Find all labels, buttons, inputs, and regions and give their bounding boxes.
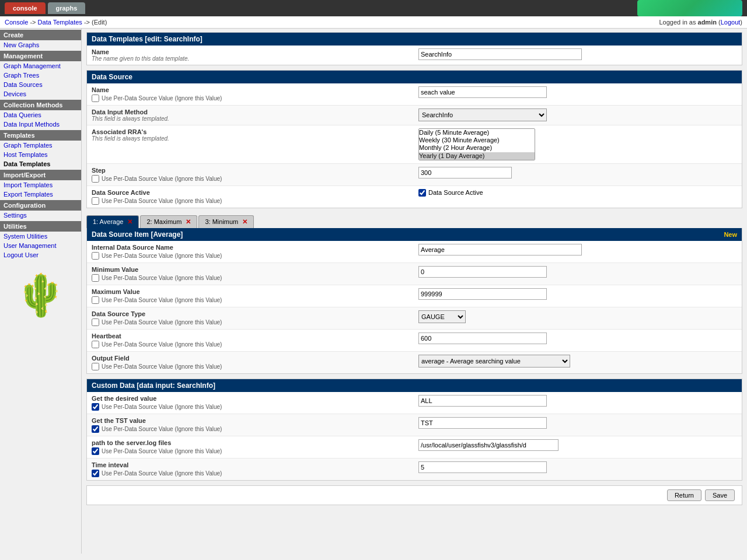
dsi-output-label-group: Output Field Use Per-Data Source Value (… (92, 355, 418, 370)
breadcrumb-console[interactable]: Console (5, 19, 28, 26)
console-nav-btn[interactable]: console (5, 2, 46, 14)
custom-field-0-checkbox[interactable] (92, 403, 99, 411)
tab-maximum-label: 2: Maximum (146, 218, 181, 225)
ds-rra-label-group: Associated RRA's This field is always te… (92, 128, 418, 142)
ds-step-check-label: Use Per-Data Source Value (Ignore this V… (102, 176, 222, 182)
dsi-min-checkbox[interactable] (92, 274, 99, 282)
ds-active-checkbox[interactable] (418, 189, 426, 197)
gauge-select-group: GAUGE COUNTER DERIVE ABSOLUTE (418, 310, 737, 323)
sidebar-header-utilities: Utilities (0, 221, 81, 232)
ds-method-select[interactable]: SearchInfo None (418, 108, 547, 121)
dsi-output-checkbox[interactable] (92, 363, 99, 370)
dsi-type-control: GAUGE COUNTER DERIVE ABSOLUTE (418, 310, 737, 323)
custom-field-3-checkbox[interactable] (92, 470, 99, 477)
dsi-heartbeat-label: Heartbeat (92, 332, 418, 340)
sidebar-item-devices[interactable]: Devices (0, 89, 81, 99)
dsi-type-label: Data Source Type (92, 310, 418, 317)
custom-field-3: Time inteval Use Per-Data Source Value (… (87, 459, 742, 480)
tab-maximum-close[interactable]: ✕ (186, 218, 191, 225)
sidebar-item-graph-templates[interactable]: Graph Templates (0, 141, 81, 150)
sidebar-item-data-queries[interactable]: Data Queries (0, 110, 81, 120)
sidebar-header-create: Create (0, 30, 81, 40)
data-templates-section: Data Templates [edit: SearchInfo] Name T… (86, 32, 742, 65)
ds-step-checkbox[interactable] (92, 175, 99, 183)
save-button[interactable]: Save (705, 489, 735, 501)
rra-yearly: Yearly (1 Day Average) (419, 152, 535, 160)
sidebar-header-management: Management (0, 51, 81, 61)
dsi-name-label-group: Internal Data Source Name Use Per-Data S… (92, 244, 418, 260)
logo (637, 0, 742, 16)
dsi-heartbeat-checkbox[interactable] (92, 341, 99, 348)
dsi-name-checkbox[interactable] (92, 252, 99, 260)
name-control (418, 48, 737, 60)
ds-step-label: Step (92, 167, 418, 174)
custom-field-2: path to the server.log files Use Per-Dat… (87, 436, 742, 459)
return-button[interactable]: Return (667, 489, 701, 501)
custom-field-1-input[interactable] (418, 417, 547, 429)
sidebar-item-data-input-methods[interactable]: Data Input Methods (0, 120, 81, 129)
template-name-input[interactable] (418, 48, 582, 60)
dsi-output-check-label: Use Per-Data Source Value (Ignore this V… (102, 363, 222, 370)
custom-field-1-checkbox[interactable] (92, 425, 99, 433)
dsi-type-checkbox[interactable] (92, 318, 99, 326)
rra-monthly: Monthly (2 Hour Average) (419, 144, 535, 152)
breadcrumb-data-templates[interactable]: Data Templates (38, 19, 82, 26)
sidebar-item-system-utilities[interactable]: System Utilities (0, 232, 81, 241)
sidebar-item-settings[interactable]: Settings (0, 211, 81, 220)
custom-field-3-input[interactable] (418, 461, 547, 473)
dsi-max-control (418, 288, 737, 300)
sidebar-item-new-graphs[interactable]: New Graphs (0, 40, 81, 50)
tab-maximum[interactable]: 2: Maximum ✕ (140, 215, 197, 228)
dsi-type-check-label: Use Per-Data Source Value (Ignore this V… (102, 319, 222, 326)
custom-field-2-input[interactable] (418, 439, 558, 451)
custom-field-1-label-group: Get the TST value Use Per-Data Source Va… (92, 417, 418, 433)
sidebar-item-data-sources[interactable]: Data Sources (0, 80, 81, 89)
sidebar-item-logout-user[interactable]: Logout User (0, 250, 81, 260)
custom-field-0-input[interactable] (418, 395, 547, 407)
custom-field-2-checkbox[interactable] (92, 447, 99, 455)
dsi-max-input[interactable] (418, 288, 547, 300)
name-label: Name (92, 48, 418, 55)
ds-method-label-group: Data Input Method This field is always t… (92, 108, 418, 122)
data-source-section: Data Source Name Use Per-Data Source Val… (86, 70, 742, 208)
tab-average[interactable]: 1: Average ✕ (86, 215, 139, 228)
custom-field-2-control (418, 439, 737, 451)
content-area: Data Templates [edit: SearchInfo] Name T… (82, 29, 747, 554)
sidebar-item-graph-trees[interactable]: Graph Trees (0, 71, 81, 80)
ds-step-input[interactable] (418, 167, 512, 178)
data-source-item-title: Data Source Item [Average] (92, 230, 183, 239)
dsi-type-select[interactable]: GAUGE COUNTER DERIVE ABSOLUTE (418, 310, 466, 323)
custom-field-1: Get the TST value Use Per-Data Source Va… (87, 414, 742, 436)
sidebar-item-graph-management[interactable]: Graph Management (0, 61, 81, 71)
ds-name-row: Name Use Per-Data Source Value (Ignore t… (87, 83, 742, 106)
tab-minimum[interactable]: 3: Minimum ✕ (198, 215, 254, 228)
ds-name-label-group: Name Use Per-Data Source Value (Ignore t… (92, 86, 418, 102)
dsi-heartbeat-control (418, 332, 737, 344)
ds-name-checkbox[interactable] (92, 94, 99, 102)
logout-link[interactable]: Logout (721, 19, 741, 26)
ds-name-input[interactable] (418, 86, 547, 98)
tab-minimum-close[interactable]: ✕ (242, 218, 247, 225)
sidebar-item-user-management[interactable]: User Management (0, 241, 81, 250)
graphs-nav-btn[interactable]: graphs (48, 2, 86, 14)
ds-rra-desc: This field is always templated. (92, 135, 418, 142)
rra-weekly: Weekly (30 Minute Average) (419, 136, 535, 144)
data-source-header: Data Source (87, 71, 742, 83)
dsi-max-checkbox[interactable] (92, 296, 99, 304)
new-item-link[interactable]: New (724, 231, 737, 238)
sidebar-item-host-templates[interactable]: Host Templates (0, 150, 81, 159)
ds-method-label: Data Input Method (92, 108, 418, 116)
dsi-name-input[interactable] (418, 244, 582, 256)
ds-rra-listbox[interactable]: Daily (5 Minute Average) Weekly (30 Minu… (418, 128, 535, 160)
sidebar-item-import-templates[interactable]: Import Templates (0, 180, 81, 190)
dsi-heartbeat-input[interactable] (418, 332, 547, 344)
ds-active-use-per-checkbox[interactable] (92, 197, 99, 205)
sidebar-item-data-templates[interactable]: Data Templates (0, 159, 81, 169)
sidebar-item-export-templates[interactable]: Export Templates (0, 190, 81, 199)
dsi-output-select[interactable]: average - Average searching value (418, 355, 570, 368)
custom-field-2-label: path to the server.log files (92, 439, 418, 446)
name-row: Name The name given to this data templat… (87, 46, 742, 65)
dsi-min-input[interactable] (418, 266, 547, 278)
tab-average-close[interactable]: ✕ (127, 218, 132, 225)
tab-minimum-label: 3: Minimum (205, 218, 238, 225)
